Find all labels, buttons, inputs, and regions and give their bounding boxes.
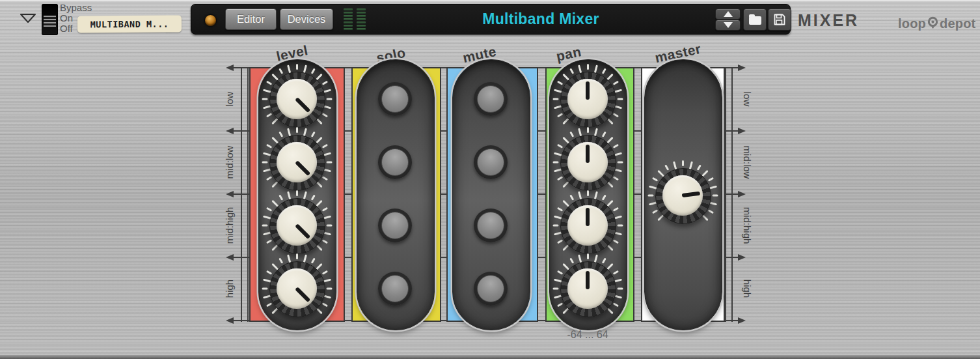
solo-button-low[interactable] (378, 82, 412, 116)
knob-pointer (586, 81, 590, 100)
solo-button-high[interactable] (378, 272, 412, 306)
collapse-triangle-icon[interactable] (20, 13, 36, 23)
band-arrow-right (738, 254, 746, 261)
mute-button-low[interactable] (474, 82, 508, 116)
preset-down-button[interactable] (715, 20, 741, 31)
mute-button-midhigh[interactable] (474, 208, 508, 242)
switch-label-on: On (60, 13, 73, 23)
band-arrow-right (738, 128, 746, 134)
master-knob[interactable] (644, 156, 722, 235)
level-meter-right (357, 8, 366, 31)
panel-bottom-bevel (0, 355, 980, 359)
editor-button[interactable]: Editor (225, 8, 277, 30)
band-label-high-right: high (742, 280, 753, 298)
bypass-toggle-switch[interactable] (42, 4, 58, 35)
brand-logo: loop depot (898, 16, 975, 31)
band-label-midlow-right: mid:low (742, 146, 753, 179)
preset-up-button[interactable] (715, 8, 741, 20)
power-led-icon[interactable] (204, 14, 217, 27)
pan-knob-high[interactable] (549, 250, 627, 328)
band-label-high-left: high (224, 280, 235, 298)
mute-button-midlow[interactable] (474, 145, 508, 179)
band-arrow-right (738, 191, 746, 197)
band-label-low-left: low (224, 92, 235, 107)
switch-grip (44, 16, 56, 27)
preset-name-label: MULTIBAND M... (90, 19, 169, 30)
save-preset-button[interactable] (768, 8, 791, 31)
band-label-midhigh-left: mid:high (224, 207, 235, 244)
level-meter-left (344, 8, 353, 31)
band-arrow-left (226, 65, 234, 71)
knob-pointer (586, 271, 590, 289)
app-name: MIXER (798, 11, 859, 30)
band-arrow-left (226, 317, 234, 324)
solo-button-midhigh[interactable] (378, 208, 412, 242)
mute-button-high[interactable] (474, 272, 508, 306)
arrow-up-icon (724, 11, 733, 17)
level-knob-high[interactable] (258, 250, 336, 328)
brand-right: depot (940, 16, 975, 31)
band-arrow-right (738, 65, 746, 71)
devices-button[interactable]: Devices (280, 8, 333, 30)
brand-icon (927, 16, 939, 31)
band-arrow-left (226, 191, 234, 197)
band-arrow-left (226, 128, 234, 134)
save-icon (773, 13, 786, 26)
arrow-down-icon (724, 22, 733, 28)
switch-label-off: Off (60, 23, 73, 34)
panel-top-bevel (0, 0, 980, 2)
knob-pointer (586, 208, 590, 226)
plugin-title: Multiband Mixer (368, 10, 713, 28)
solo-button-midlow[interactable] (378, 145, 412, 179)
band-label-midlow-left: mid:low (224, 146, 235, 179)
band-label-low-right: low (742, 92, 753, 107)
load-preset-button[interactable] (743, 8, 767, 31)
band-arrow-right (738, 317, 746, 324)
brand-left: loop (898, 16, 926, 31)
title-bar: Editor Devices Multiband Mixer (191, 4, 791, 35)
pan-range-label: -64 ... 64 (567, 329, 608, 341)
folder-icon (749, 16, 761, 25)
band-arrow-left (226, 254, 234, 261)
preset-name-tape[interactable]: MULTIBAND M... (77, 15, 182, 33)
band-label-midhigh-right: mid:high (742, 207, 753, 244)
knob-pointer (586, 145, 590, 163)
switch-label-bypass: Bypass (60, 3, 92, 13)
